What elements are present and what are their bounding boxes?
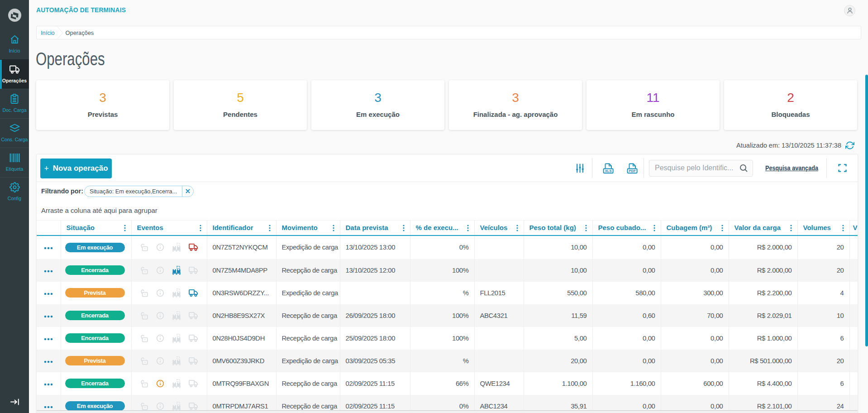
svg-text:XLS: XLS — [605, 169, 612, 173]
svg-text:PDF: PDF — [629, 169, 636, 173]
